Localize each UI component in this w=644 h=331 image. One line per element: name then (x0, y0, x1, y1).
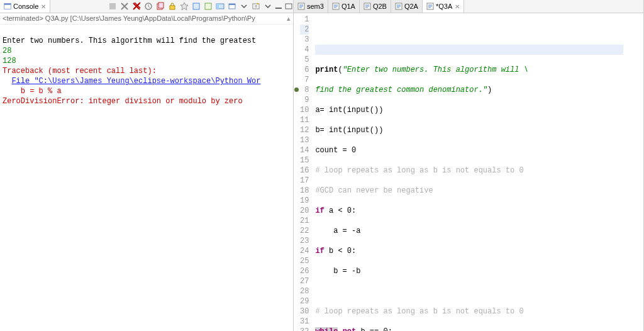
code-line: find the greatest common denominator.") (315, 85, 623, 95)
code-line: count = 0 (315, 145, 623, 155)
code-line: print("Enter two numbers. This algorithm… (315, 65, 623, 75)
svg-rect-10 (216, 4, 219, 9)
editor-tab-q3a[interactable]: *Q3A ✕ (423, 0, 464, 13)
breakpoint-icon: 8 (300, 85, 309, 95)
code-line: # loop repeats as long as b is not equal… (315, 306, 623, 317)
toolbar-button[interactable] (215, 2, 225, 11)
console-traceback-line: b = b % a (3, 87, 62, 96)
scroll-lock-icon[interactable] (167, 2, 177, 11)
console-toolbar (106, 2, 274, 11)
console-tabbar: Console ✕ (0, 0, 293, 13)
svg-rect-1 (4, 4, 11, 5)
code-line: a= int(input()) (315, 105, 623, 115)
console-tab-label: Console (13, 3, 38, 10)
code-line: #GCD can never be negative (315, 186, 623, 196)
python-file-icon (364, 3, 371, 10)
view-controls (274, 3, 293, 10)
svg-rect-5 (158, 3, 164, 8)
console-traceback-line: Traceback (most recent call last): (3, 67, 157, 76)
editor-tab-q2b[interactable]: Q2B (360, 0, 391, 13)
remove-all-icon[interactable] (131, 2, 142, 11)
code-line (315, 286, 623, 296)
editor-tab-sem3[interactable]: sem3 (294, 0, 328, 13)
clear-console-icon[interactable] (155, 2, 165, 11)
scroll-up-icon[interactable]: ▴ (287, 14, 291, 23)
code-line: while not b == 0: (315, 327, 623, 331)
console-process-label: <terminated> Q3A.py [C:\Users\James Yeun… (0, 13, 293, 25)
editor-tab-label: *Q3A (436, 3, 452, 10)
minimize-icon[interactable] (274, 3, 283, 10)
display-selected-console-icon[interactable] (227, 2, 237, 11)
code-line (315, 25, 623, 35)
console-tab[interactable]: Console ✕ (0, 0, 50, 13)
python-file-icon (297, 3, 305, 10)
console-error-line: ZeroDivisionError: integer division or m… (3, 97, 243, 106)
svg-rect-14 (275, 8, 282, 9)
code-line: if a < 0: (315, 206, 623, 216)
editor-tab-q2a[interactable]: Q2A (391, 0, 423, 13)
close-icon[interactable]: ✕ (41, 3, 46, 10)
python-file-icon (395, 3, 402, 10)
open-console-icon[interactable] (251, 2, 261, 11)
code-line: # loop repeats as long as b is not equal… (315, 166, 623, 176)
python-file-icon (426, 3, 434, 10)
editor-tab-label: Q1A (341, 3, 355, 10)
line-number-gutter: 1 2 3 4 5 6 7 8 9 10 11 12 13 14 15 16 1… (294, 13, 313, 331)
code-line: b = -b (315, 266, 623, 276)
editor-tab-label: Q2B (373, 3, 387, 10)
console-icon (4, 3, 11, 10)
traceback-file-link[interactable]: File "C:\Users\James Yeung\eclipse-works… (11, 77, 260, 86)
chevron-down-icon[interactable] (239, 2, 249, 11)
svg-rect-2 (109, 3, 116, 9)
editor-tab-label: Q2A (404, 3, 418, 10)
remove-launch-icon[interactable] (119, 2, 130, 11)
editor-tab-label: sem3 (307, 3, 324, 10)
editor-pane: sem3 Q1A Q2B Q2A *Q3A ✕ 1 (294, 0, 644, 331)
console-input-line: 128 (3, 57, 16, 65)
svg-rect-7 (193, 3, 199, 9)
toolbar-button[interactable] (191, 2, 201, 11)
code-line-current (315, 45, 623, 55)
pin-console-icon[interactable] (179, 2, 189, 11)
code-editor[interactable]: 1 2 3 4 5 6 7 8 9 10 11 12 13 14 15 16 1… (294, 13, 643, 331)
code-line: b= int(input()) (315, 125, 623, 135)
svg-rect-6 (170, 6, 175, 9)
toolbar-button[interactable] (143, 2, 153, 11)
toolbar-button[interactable] (108, 2, 118, 11)
code-line: a = -a (315, 226, 623, 236)
toolbar-button[interactable] (203, 2, 213, 11)
console-pane: Console ✕ (0, 0, 294, 331)
maximize-icon[interactable] (284, 3, 293, 10)
code-line: if b < 0: (315, 246, 623, 256)
editor-tab-q1a[interactable]: Q1A (328, 0, 360, 13)
console-input-line: 28 (3, 47, 11, 55)
console-line: Enter two numbers. This algorithm will f… (3, 36, 256, 45)
python-file-icon (332, 3, 340, 10)
console-output[interactable]: Enter two numbers. This algorithm will f… (0, 25, 293, 331)
svg-rect-15 (286, 4, 292, 9)
chevron-down-icon[interactable] (263, 2, 273, 11)
console-traceback-line: File "C:\Users\James Yeung\eclipse-works… (3, 77, 260, 86)
close-icon[interactable]: ✕ (455, 3, 460, 10)
svg-rect-13 (253, 4, 259, 9)
svg-rect-12 (229, 4, 235, 5)
code-area[interactable]: print("Enter two numbers. This algorithm… (313, 13, 623, 331)
svg-rect-8 (205, 3, 211, 9)
editor-tabbar: sem3 Q1A Q2B Q2A *Q3A ✕ (294, 0, 643, 13)
